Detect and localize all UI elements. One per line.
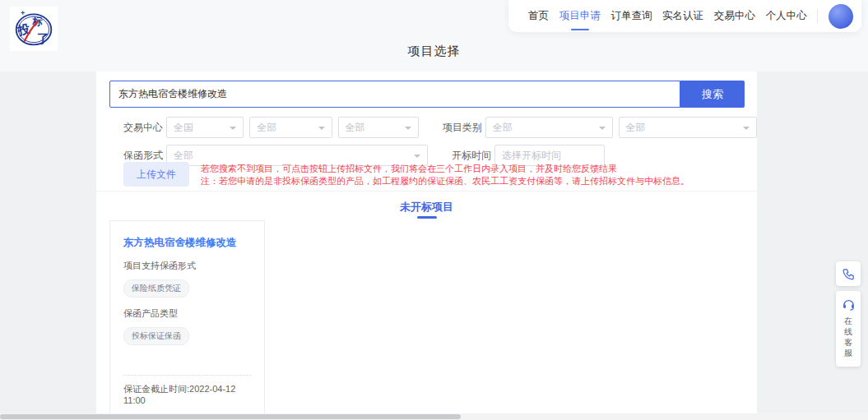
nav-item-personal-center[interactable]: 个人中心	[766, 9, 807, 23]
nav-item-home[interactable]: 首页	[528, 9, 549, 23]
page-title: 项目选择	[0, 44, 868, 59]
nav-divider	[817, 9, 818, 24]
user-avatar[interactable]	[829, 4, 853, 29]
upload-file-button[interactable]: 上传文件	[123, 162, 189, 187]
nav-item-project-apply[interactable]: 项目申请	[559, 9, 601, 23]
card-support-label: 项目支持保函形式	[123, 260, 251, 272]
card-product-tag: 投标保证保函	[123, 327, 189, 345]
upload-note-line2: 注：若您申请的是非投标保函类型的产品，如工程履约的保证保函、农民工工资支付保函等…	[201, 175, 689, 187]
upload-notes: 若您搜索不到项目，可点击按钮上传招标文件，我们将会在三个工作日内录入项目，并及时…	[201, 162, 689, 187]
filter-label-guarantee-form: 保函形式	[123, 149, 166, 163]
app-screen: 投 标 了 + 首页 项目申请 订单查询 实名认证 交易中心 个人中心 项目选择…	[0, 0, 868, 420]
filter-label-project-category: 项目类别	[443, 121, 485, 135]
phone-contact-button[interactable]	[836, 261, 861, 286]
search-button[interactable]: 搜索	[680, 81, 745, 108]
top-navigation: 首页 项目申请 订单查询 实名认证 交易中心 个人中心	[508, 0, 861, 32]
nav-item-order-query[interactable]: 订单查询	[610, 9, 652, 23]
filter-label-bid-open-time: 开标时间	[452, 149, 494, 163]
svg-text:投: 投	[16, 22, 31, 38]
select-category-2[interactable]: 全部	[619, 117, 757, 138]
upload-area: 上传文件 若您搜索不到项目，可点击按钮上传招标文件，我们将会在三个工作日内录入项…	[123, 162, 689, 187]
phone-icon	[842, 267, 856, 281]
search-bar: 搜索	[109, 81, 745, 108]
card-deadline: 保证金截止时间:2022-04-12 11:00	[123, 383, 251, 405]
horizontal-scrollbar	[0, 413, 868, 420]
headset-icon	[842, 298, 856, 312]
card-support-tag: 保险纸质凭证	[123, 279, 189, 298]
select-city[interactable]: 全部	[249, 117, 332, 138]
search-input[interactable]	[109, 81, 680, 108]
project-card-title: 东方热电宿舍楼维修改造	[123, 236, 251, 250]
filter-row-1: 交易中心 全国 全部 全部 项目类别 全部 全部	[123, 117, 757, 138]
filter-label-trade-center: 交易中心	[123, 121, 166, 135]
select-region[interactable]: 全国	[166, 117, 244, 138]
svg-text:+: +	[21, 9, 25, 17]
project-card[interactable]: 东方热电宿舍楼维修改造 项目支持保函形式 保险纸质凭证 保函产品类型 投标保证保…	[109, 220, 265, 415]
horizontal-scrollbar-thumb[interactable]	[0, 414, 461, 419]
select-category-1[interactable]: 全部	[485, 117, 613, 138]
section-header: 未开标项目	[96, 191, 757, 215]
main-panel: 搜索 交易中心 全国 全部 全部 项目类别 全部 全部 保函形式 全部 开标时间…	[96, 72, 757, 415]
select-district[interactable]: 全部	[338, 117, 419, 138]
online-service-button[interactable]: 在线客服	[836, 291, 861, 367]
card-divider	[123, 375, 251, 376]
online-service-label: 在线客服	[843, 316, 853, 358]
upload-note-line1: 若您搜索不到项目，可点击按钮上传招标文件，我们将会在三个工作日内录入项目，并及时…	[201, 163, 689, 175]
nav-item-identity-verify[interactable]: 实名认证	[662, 9, 703, 23]
card-product-label: 保函产品类型	[123, 307, 251, 320]
tab-unopened-projects[interactable]: 未开标项目	[400, 200, 453, 215]
nav-item-trade-center[interactable]: 交易中心	[714, 9, 755, 23]
